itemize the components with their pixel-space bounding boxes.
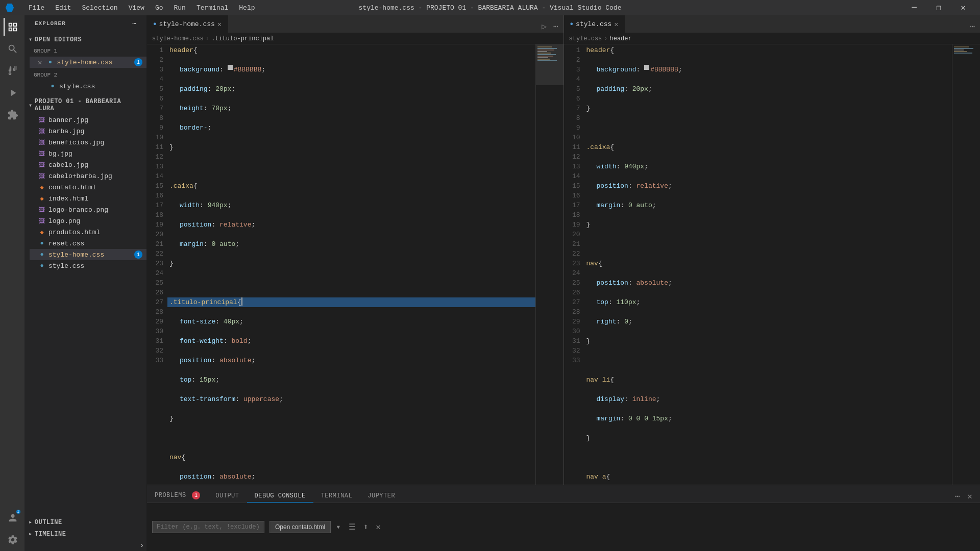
breadcrumb-file-r[interactable]: style.css bbox=[569, 35, 602, 42]
line-numbers-left: 12345 678910 1112131415 1617181920 21222… bbox=[147, 44, 167, 485]
split-editor-icon[interactable]: ▷ bbox=[539, 20, 549, 33]
panel-action-icon[interactable]: ⋯ bbox=[952, 490, 963, 503]
error-badge: 1 bbox=[134, 58, 142, 66]
img-icon: 🖼 bbox=[38, 217, 46, 225]
expand-panel-icon[interactable]: ⬆ bbox=[361, 521, 371, 533]
file-cabelo-barba[interactable]: 🖼cabelo+barba.jpg bbox=[30, 170, 146, 182]
menu-run[interactable]: Run bbox=[169, 3, 189, 13]
breadcrumb-selector[interactable]: .titulo-principal bbox=[211, 35, 274, 42]
list-view-icon[interactable]: ☰ bbox=[346, 521, 358, 533]
project-section: ▾ PROJETO 01 - BARBEARIA ALURA 🖼banner.j… bbox=[24, 94, 146, 273]
timeline-header[interactable]: ▸ TIMELINE bbox=[24, 528, 146, 540]
close-panel-icon[interactable]: ✕ bbox=[373, 521, 383, 533]
menu-help[interactable]: Help bbox=[235, 3, 259, 13]
tab-output[interactable]: OUTPUT bbox=[208, 489, 247, 503]
img-icon: 🖼 bbox=[38, 172, 46, 180]
minimap-left[interactable] bbox=[535, 44, 564, 485]
file-logo-branco[interactable]: 🖼logo-branco.png bbox=[30, 204, 146, 215]
menu-view[interactable]: View bbox=[125, 3, 149, 13]
activity-account-icon[interactable]: 1 bbox=[4, 509, 21, 527]
menu-go[interactable]: Go bbox=[151, 3, 167, 13]
activity-run-debug-icon[interactable] bbox=[4, 84, 21, 102]
img-icon: 🖼 bbox=[38, 116, 46, 124]
close-tab-icon[interactable]: ✕ bbox=[38, 58, 42, 67]
project-header[interactable]: ▾ PROJETO 01 - BARBEARIA ALURA bbox=[24, 96, 146, 114]
sidebar-title: Explorer bbox=[35, 20, 66, 27]
css-icon: ● bbox=[38, 251, 46, 259]
tab-style-home[interactable]: ● style-home.css ✕ bbox=[147, 15, 228, 33]
file-bg[interactable]: 🖼bg.jpg bbox=[30, 148, 146, 159]
dropdown-arrow-icon[interactable]: ▾ bbox=[333, 521, 344, 533]
file-beneficios[interactable]: 🖼beneficios.jpg bbox=[30, 137, 146, 148]
file-logo[interactable]: 🖼logo.png bbox=[30, 215, 146, 227]
close-button[interactable]: ✕ bbox=[951, 0, 975, 15]
activity-settings-icon[interactable] bbox=[4, 531, 21, 548]
tab-label-right: style.css bbox=[576, 20, 611, 28]
menu-edit[interactable]: Edit bbox=[51, 3, 75, 13]
open-editor-style-home[interactable]: ✕ ● style-home.css 1 bbox=[30, 57, 146, 68]
pane-right-breadcrumb: style.css › header bbox=[564, 33, 981, 44]
activity-source-control-icon[interactable] bbox=[4, 62, 21, 80]
more-actions-right-icon[interactable]: ⋯ bbox=[967, 20, 977, 33]
file-name-style-home: style-home.css bbox=[57, 59, 112, 66]
css-dot-icon-r: ● bbox=[570, 21, 574, 27]
vscode-logo-icon bbox=[5, 3, 14, 12]
tab-close-icon[interactable]: ✕ bbox=[217, 20, 222, 29]
editors-split: ● style-home.css ✕ ▷ ⋯ style-home.css › … bbox=[147, 15, 980, 485]
open-editor-style[interactable]: ● style.css bbox=[30, 81, 146, 92]
menu-selection[interactable]: Selection bbox=[78, 3, 121, 13]
tab-problems[interactable]: PROBLEMS 1 bbox=[147, 488, 208, 503]
outline-header[interactable]: ▸ OUTLINE bbox=[24, 516, 146, 528]
img-icon: 🖼 bbox=[38, 138, 46, 146]
open-file-button[interactable]: Open contato.html bbox=[270, 521, 331, 533]
more-actions-icon[interactable]: ⋯ bbox=[551, 20, 561, 33]
tab-debug-console[interactable]: DEBUG CONSOLE bbox=[247, 489, 313, 503]
expand-panel[interactable]: › bbox=[24, 540, 146, 551]
file-style-home[interactable]: ● style-home.css 1 bbox=[30, 249, 146, 260]
activity-explorer-icon[interactable] bbox=[4, 18, 21, 36]
sidebar-header: Explorer ⋯ bbox=[24, 15, 146, 32]
tab-style[interactable]: ● style.css ✕ bbox=[564, 15, 625, 33]
menu-terminal[interactable]: Terminal bbox=[192, 3, 232, 13]
open-editors-header[interactable]: ▾ OPEN EDITORS bbox=[24, 34, 146, 45]
sidebar-bottom: ▸ OUTLINE ▸ TIMELINE › bbox=[24, 516, 146, 551]
window-controls: ─ ❐ ✕ bbox=[902, 0, 975, 15]
file-style[interactable]: ●style.css bbox=[30, 260, 146, 271]
pane-tabs-left: ● style-home.css ✕ ▷ ⋯ bbox=[147, 15, 564, 33]
minimize-button[interactable]: ─ bbox=[902, 0, 926, 15]
file-banner[interactable]: 🖼banner.jpg bbox=[30, 114, 146, 126]
filter-input[interactable] bbox=[152, 521, 264, 533]
new-file-icon[interactable]: ⋯ bbox=[132, 19, 136, 28]
file-produtos[interactable]: ◆produtos.html bbox=[30, 227, 146, 238]
breadcrumb-selector-r[interactable]: header bbox=[610, 35, 632, 42]
code-content-right[interactable]: header { background: #BBBBBB; padding: 2… bbox=[584, 44, 952, 485]
file-index[interactable]: ◆index.html bbox=[30, 193, 146, 204]
file-barba[interactable]: 🖼barba.jpg bbox=[30, 126, 146, 137]
minimap-right[interactable] bbox=[952, 44, 980, 485]
maximize-button[interactable]: ❐ bbox=[927, 0, 950, 15]
img-icon: 🖼 bbox=[38, 149, 46, 158]
line-numbers-right: 12345 678910 1112131415 1617181920 21222… bbox=[564, 44, 584, 485]
file-cabelo[interactable]: 🖼cabelo.jpg bbox=[30, 159, 146, 170]
editor-pane-right: ● style.css ✕ ⋯ style.css › header 12345 bbox=[564, 15, 981, 485]
panel-close-icon[interactable]: ✕ bbox=[965, 490, 975, 503]
file-name-style: style.css bbox=[59, 83, 95, 90]
breadcrumb-file[interactable]: style-home.css bbox=[152, 35, 204, 42]
open-file-area: Open contato.html ▾ ☰ ⬆ ✕ bbox=[270, 521, 383, 533]
tab-jupyter[interactable]: JUPYTER bbox=[360, 489, 403, 503]
sidebar: Explorer ⋯ ▾ OPEN EDITORS GROUP 1 ✕ ● st… bbox=[24, 15, 147, 551]
tab-terminal[interactable]: TERMINAL bbox=[313, 489, 360, 503]
css-file-icon-2: ● bbox=[48, 82, 57, 90]
menu-bar: File Edit Selection View Go Run Terminal… bbox=[24, 3, 259, 13]
tab-close-right-icon[interactable]: ✕ bbox=[614, 20, 618, 29]
file-reset[interactable]: ●reset.css bbox=[30, 238, 146, 249]
code-editor-right[interactable]: 12345 678910 1112131415 1617181920 21222… bbox=[564, 44, 981, 485]
css-file-icon: ● bbox=[46, 58, 54, 66]
activity-search-icon[interactable] bbox=[4, 40, 21, 58]
activity-extensions-icon[interactable] bbox=[4, 106, 21, 123]
file-contato[interactable]: ◆contato.html bbox=[30, 182, 146, 193]
menu-file[interactable]: File bbox=[24, 3, 48, 13]
code-content-left[interactable]: header { background: #BBBBBB; padding: 2… bbox=[167, 44, 535, 485]
code-editor-left[interactable]: 12345 678910 1112131415 1617181920 21222… bbox=[147, 44, 564, 485]
project-content: 🖼banner.jpg 🖼barba.jpg 🖼beneficios.jpg 🖼… bbox=[24, 114, 146, 271]
